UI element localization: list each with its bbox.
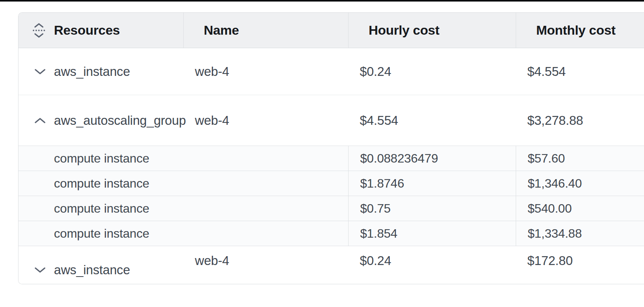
table-row-aws-instance[interactable]: aws_instance web-4 $0.24 $172.80 xyxy=(18,246,644,284)
header-label-monthly-cost: Monthly cost xyxy=(536,23,615,38)
monthly-cost-value: $3,278.88 xyxy=(527,113,583,128)
header-cell-resources[interactable]: Resources xyxy=(18,13,183,48)
header-label-resources: Resources xyxy=(54,23,120,38)
table-subrow-compute-instance: compute instance $0.088236479 $57.60 xyxy=(18,146,644,171)
table-row-aws-instance[interactable]: aws_instance web-4 $0.24 $4.554 xyxy=(18,48,644,95)
subresource-label: compute instance xyxy=(54,151,149,166)
resource-name: web-4 xyxy=(195,253,229,268)
table-subrow-compute-instance: compute instance $1.854 $1,334.88 xyxy=(18,221,644,246)
header-cell-hourly-cost[interactable]: Hourly cost xyxy=(348,13,516,48)
monthly-cost-value: $4.554 xyxy=(527,64,566,79)
cost-breakdown-table: Resources Name Hourly cost Monthly cost … xyxy=(18,12,644,284)
resource-type: aws_autoscaling_group xyxy=(54,113,186,128)
subresource-label: compute instance xyxy=(54,226,149,241)
hourly-cost-value: $0.24 xyxy=(360,253,391,268)
header-label-hourly-cost: Hourly cost xyxy=(369,23,439,38)
monthly-cost-value: $1,334.88 xyxy=(528,226,582,241)
resource-name: web-4 xyxy=(195,64,229,79)
table-subrow-compute-instance: compute instance $0.75 $540.00 xyxy=(18,196,644,221)
monthly-cost-value: $57.60 xyxy=(528,151,565,166)
header-cell-monthly-cost[interactable]: Monthly cost xyxy=(516,13,644,48)
subresource-label: compute instance xyxy=(54,176,149,191)
hourly-cost-value: $0.24 xyxy=(360,64,391,79)
hourly-cost-value: $1.854 xyxy=(360,226,397,241)
table-subrow-compute-instance: compute instance $1.8746 $1,346.40 xyxy=(18,171,644,196)
monthly-cost-value: $540.00 xyxy=(528,201,572,216)
monthly-cost-value: $172.80 xyxy=(527,253,573,268)
resource-type: aws_instance xyxy=(54,263,130,277)
chevron-down-icon[interactable] xyxy=(34,68,46,75)
subresource-label: compute instance xyxy=(54,201,149,216)
resource-type: aws_instance xyxy=(54,64,130,79)
hourly-cost-value: $4.554 xyxy=(360,113,398,128)
hourly-cost-value: $1.8746 xyxy=(360,176,404,191)
reorder-icon[interactable] xyxy=(32,22,45,39)
table-row-aws-autoscaling-group[interactable]: aws_autoscaling_group web-4 $4.554 $3,27… xyxy=(18,95,644,146)
monthly-cost-value: $1,346.40 xyxy=(528,176,582,191)
header-cell-name[interactable]: Name xyxy=(183,13,348,48)
chevron-up-icon[interactable] xyxy=(34,117,46,124)
resource-name: web-4 xyxy=(195,113,229,128)
hourly-cost-value: $0.75 xyxy=(360,201,391,216)
hourly-cost-value: $0.088236479 xyxy=(360,151,438,166)
chevron-down-icon[interactable] xyxy=(34,266,46,274)
top-border-line xyxy=(0,0,644,2)
table-header-row: Resources Name Hourly cost Monthly cost xyxy=(18,13,644,48)
header-label-name: Name xyxy=(204,23,239,38)
